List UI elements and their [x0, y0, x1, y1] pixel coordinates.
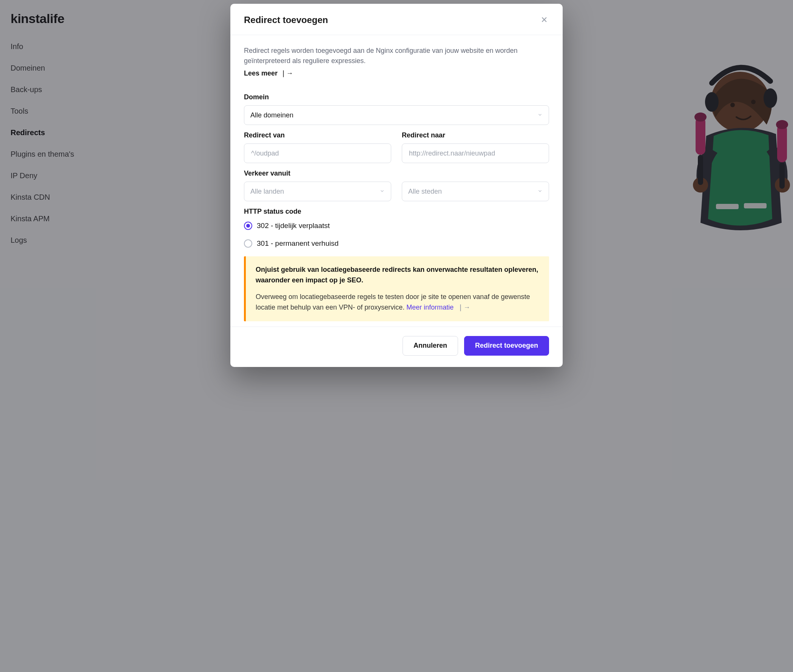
domain-select[interactable]: Alle domeinen — [244, 105, 549, 125]
chevron-down-icon — [537, 110, 543, 120]
callout-body: Overweeg om locatiegebaseerde regels te … — [256, 293, 530, 311]
countries-select-value: Alle landen — [250, 187, 284, 197]
redirect-from-label: Redirect van — [244, 130, 391, 141]
status-code-label: HTTP status code — [244, 206, 549, 217]
app-root: kinstalife Info Domeinen Back-ups Tools … — [0, 0, 793, 672]
external-link-icon: ❘→ — [280, 68, 293, 78]
radio-icon — [244, 222, 252, 230]
status-302-label: 302 - tijdelijk verplaatst — [257, 221, 330, 231]
callout-more-info-link[interactable]: Meer informatie — [406, 304, 453, 311]
cities-select-value: Alle steden — [408, 187, 442, 197]
modal-header: Redirect toevoegen ✕ — [230, 4, 563, 35]
cities-select[interactable]: Alle steden — [402, 182, 549, 201]
read-more-label: Lees meer — [244, 68, 277, 78]
chevron-down-icon — [380, 187, 385, 197]
add-redirect-modal: Redirect toevoegen ✕ Redirect regels wor… — [230, 4, 563, 367]
redirect-from-input[interactable] — [250, 144, 385, 163]
close-icon[interactable]: ✕ — [539, 14, 549, 26]
modal-title: Redirect toevoegen — [244, 15, 328, 25]
modal-description: Redirect regels worden toegevoegd aan de… — [244, 46, 549, 66]
domain-label: Domein — [244, 92, 549, 102]
read-more-link[interactable]: Lees meer ❘→ — [244, 68, 293, 78]
callout-strong: Onjuist gebruik van locatiegebaseerde re… — [256, 266, 538, 284]
traffic-from-label: Verkeer vanuit — [244, 168, 549, 179]
redirect-to-input[interactable] — [408, 144, 543, 163]
status-302-option[interactable]: 302 - tijdelijk verplaatst — [244, 221, 549, 231]
cancel-button[interactable]: Annuleren — [402, 336, 458, 356]
status-301-label: 301 - permanent verhuisd — [257, 238, 339, 249]
radio-icon — [244, 239, 252, 248]
redirect-to-label: Redirect naar — [402, 130, 549, 141]
submit-button[interactable]: Redirect toevoegen — [464, 336, 549, 356]
modal-footer: Annuleren Redirect toevoegen — [230, 326, 563, 367]
redirect-from-input-wrap — [244, 144, 391, 163]
domain-select-value: Alle domeinen — [250, 110, 293, 120]
status-code-radio-group: 302 - tijdelijk verplaatst 301 - permane… — [244, 221, 549, 249]
modal-body: Redirect regels worden toegevoegd aan de… — [230, 35, 563, 326]
redirect-to-input-wrap — [402, 144, 549, 163]
chevron-down-icon — [537, 187, 543, 197]
countries-select[interactable]: Alle landen — [244, 182, 391, 201]
status-301-option[interactable]: 301 - permanent verhuisd — [244, 238, 549, 249]
external-link-icon: ❘→ — [458, 304, 470, 311]
geolocation-warning-callout: Onjuist gebruik van locatiegebaseerde re… — [244, 256, 549, 321]
